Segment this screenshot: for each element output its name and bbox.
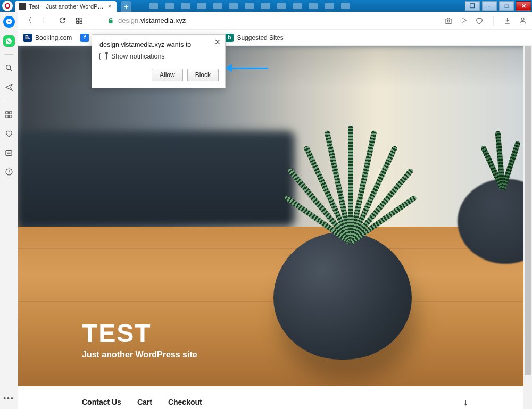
svg-rect-11 [80,18,82,20]
sidebar-more-button[interactable]: ••• [0,394,18,403]
svg-rect-10 [77,18,79,20]
dialog-close-icon[interactable]: ✕ [214,38,221,46]
notification-bell-icon [99,53,107,60]
bg-tab[interactable] [325,3,334,9]
addressbar-actions: │ [444,16,527,25]
bg-tab[interactable] [293,3,302,9]
nav-cart[interactable]: Cart [137,398,152,406]
svg-point-0 [6,65,10,70]
allow-button[interactable]: Allow [152,69,183,81]
svg-rect-3 [10,111,12,113]
hero-plant [305,126,401,243]
page-content: TEST Just another WordPress site Contact… [18,46,532,409]
play-icon[interactable] [460,16,468,25]
block-button[interactable]: Block [187,69,219,81]
svg-rect-12 [77,21,79,23]
site-tagline: Just another WordPress site [82,350,197,360]
lock-icon [107,18,114,24]
window-close-button[interactable]: ✕ [516,1,531,11]
tab-title: Test – Just another WordP… [29,3,103,10]
browser-tab-active[interactable]: Test – Just another WordP… × [15,1,117,12]
svg-rect-5 [10,115,12,117]
window-maximize-button[interactable]: □ [499,1,514,11]
svg-rect-13 [80,21,82,23]
scrollbar-thumb[interactable] [525,46,531,375]
bookmark-label: Suggested Sites [237,34,283,41]
svg-rect-2 [6,111,8,113]
url-text: design.vistamedia.xyz [118,16,186,24]
heart-icon[interactable] [3,128,15,139]
bg-tab[interactable] [181,3,190,9]
url-field[interactable]: design.vistamedia.xyz [92,16,437,24]
hero-section: TEST Just another WordPress site [18,46,532,386]
window-titlebar: O Test – Just another WordP… × + ❐ – □ ✕ [0,0,532,12]
hero-text: TEST Just another WordPress site [82,319,197,360]
speed-dial-icon[interactable] [3,108,15,120]
page-favicon-icon [19,3,26,10]
separator: │ [491,16,496,25]
hero-sofa [18,131,295,227]
download-icon[interactable] [503,16,511,25]
dialog-permission-label: Show notifications [111,53,165,60]
scroll-down-icon[interactable]: ↓ [463,397,468,408]
facebook-icon: f [80,34,89,42]
snapshot-icon[interactable] [444,16,453,25]
sidebar-divider [5,54,13,55]
browser-sidebar: ••• [0,12,18,409]
svg-rect-14 [445,19,452,23]
window-controls: ❐ – □ ✕ [464,0,532,12]
hero-pot [273,232,412,360]
nav-back-button[interactable]: 〈 [23,16,33,26]
tab-close-icon[interactable]: × [106,3,112,10]
bookmark-facebook[interactable]: f [80,34,89,42]
window-dropdown-button[interactable]: ❐ [465,1,480,11]
dialog-title: design.vistamedia.xyz wants to [99,41,218,48]
svg-rect-4 [6,115,8,117]
vertical-scrollbar[interactable] [523,46,532,409]
svg-rect-6 [6,150,12,155]
notification-permission-dialog: ✕ design.vistamedia.xyz wants to Show no… [92,34,226,88]
bg-tab[interactable] [149,3,158,9]
bookmark-booking[interactable]: B. Booking.com [23,34,72,42]
address-bar: 〈 〉 design.vistamedia.xyz │ [18,12,532,30]
nav-forward-button[interactable]: 〉 [40,16,50,26]
site-title: TEST [82,319,197,348]
bg-tab[interactable] [277,3,286,9]
nav-contact[interactable]: Contact Us [82,398,121,406]
bing-icon: b [225,34,234,42]
sidebar-divider [5,101,13,101]
bookmark-heart-icon[interactable] [475,16,484,25]
nav-tabs-button[interactable] [74,16,84,26]
booking-icon: B. [23,34,32,42]
bg-tab[interactable] [341,3,350,9]
nav-checkout[interactable]: Checkout [168,398,202,406]
window-minimize-button[interactable]: – [482,1,497,11]
bg-tab[interactable] [229,3,238,9]
whatsapp-icon[interactable] [3,35,15,47]
nav-reload-button[interactable] [57,16,67,26]
bg-tab[interactable] [261,3,270,9]
browser-viewport: 〈 〉 design.vistamedia.xyz │ [18,12,532,409]
history-icon[interactable] [3,166,15,178]
bookmark-suggested-sites[interactable]: b Suggested Sites [225,34,283,42]
bookmark-label: Booking.com [35,34,72,41]
svg-line-1 [10,69,12,71]
opera-menu-icon[interactable]: O [2,1,13,11]
bg-tab[interactable] [245,3,254,9]
svg-point-15 [447,20,450,22]
new-tab-button[interactable]: + [121,1,131,12]
background-tabs-strip [134,0,464,12]
bg-tab[interactable] [165,3,174,9]
bg-tab[interactable] [309,3,318,9]
messenger-icon[interactable] [3,16,15,28]
annotation-arrow-icon [226,63,268,73]
search-icon[interactable] [3,62,15,74]
profile-icon[interactable] [519,16,527,25]
bg-tab[interactable] [197,3,206,9]
site-nav: Contact Us Cart Checkout ↓ [18,386,532,409]
svg-point-16 [521,18,524,20]
news-icon[interactable] [3,147,15,158]
send-icon[interactable] [3,81,15,93]
bg-tab[interactable] [213,3,222,9]
